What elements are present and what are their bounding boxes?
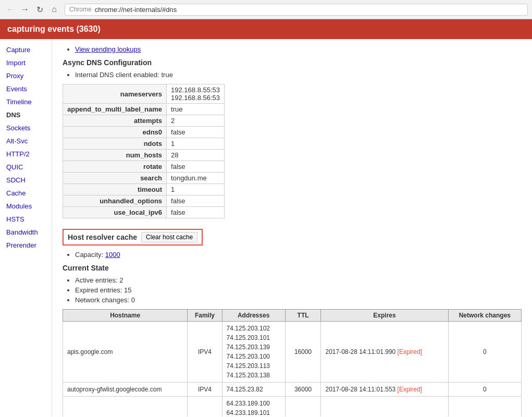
col-expires: Expires <box>321 310 448 322</box>
sidebar-item-bandwidth[interactable]: Bandwidth <box>0 226 52 239</box>
internal-dns-client-text: Internal DNS client enabled: true <box>75 71 173 79</box>
col-network-changes: Network changes <box>448 310 521 322</box>
col-ttl: TTL <box>285 310 321 322</box>
table-row: apis.google.comIPV474.125.203.102 74.125… <box>63 322 522 383</box>
sidebar-item-timeline[interactable]: Timeline <box>0 95 52 108</box>
back-button[interactable]: ← <box>4 3 17 16</box>
cell-hostname: apis.google.com <box>63 322 188 383</box>
sidebar-item-quic[interactable]: QUIC <box>0 161 52 174</box>
home-button[interactable]: ⌂ <box>48 3 60 16</box>
active-entries: Active entries: 2 <box>75 276 522 284</box>
host-resolver-section: Host resolver cache Clear host cache <box>63 229 203 246</box>
cell-expires: 2017-08-28 14:11:01.553 [Expired] <box>321 383 448 397</box>
expired-badge: [Expired] <box>398 386 422 393</box>
sidebar-item-http2[interactable]: HTTP/2 <box>0 148 52 161</box>
sidebar-item-dns[interactable]: DNS <box>0 108 52 121</box>
content-area: View pending lookups Async DNS Configura… <box>52 39 532 416</box>
sidebar-item-capture[interactable]: Capture <box>0 43 52 56</box>
pending-lookups-list: View pending lookups <box>63 45 522 53</box>
expired-badge: [Expired] <box>398 348 422 355</box>
expired-entries: Expired entries: 15 <box>75 286 522 294</box>
sidebar-item-events[interactable]: Events <box>0 82 52 95</box>
forward-button[interactable]: → <box>19 3 31 16</box>
sidebar-item-sdch[interactable]: SDCH <box>0 174 52 187</box>
browser-toolbar: ← → ↻ ⌂ Chrome chrome://net-internals/#d… <box>0 0 532 19</box>
reload-button[interactable]: ↻ <box>33 3 46 16</box>
cell-expires: 2017-08-28 14:12:25.219 [Expired] <box>321 397 448 417</box>
cell-expires: 2017-08-28 14:11:01.990 [Expired] <box>321 322 448 383</box>
sidebar-item-import[interactable]: Import <box>0 56 52 69</box>
sidebar-item-modules[interactable]: Modules <box>0 200 52 213</box>
cell-network-changes: 0 <box>448 383 521 397</box>
cell-ttl: 36000 <box>285 383 321 397</box>
cell-family: IPV4 <box>188 383 222 397</box>
browser-chrome: ← → ↻ ⌂ Chrome chrome://net-internals/#d… <box>0 0 532 19</box>
capacity-label: Capacity: <box>75 251 103 259</box>
cell-ttl: 16000 <box>285 322 321 383</box>
title-bar: capturing events (3630) <box>0 19 532 39</box>
address-bar[interactable]: Chrome chrome://net-internals/#dns <box>65 4 528 16</box>
col-addresses: Addresses <box>222 310 285 322</box>
clear-host-cache-button[interactable]: Clear host cache <box>141 232 197 242</box>
cell-addresses: 74.125.203.102 74.125.203.101 74.125.203… <box>222 322 285 383</box>
table-row: clients4.google.comIPV464.233.189.100 64… <box>63 397 522 417</box>
view-pending-lookups-link[interactable]: View pending lookups <box>75 45 141 53</box>
cell-family: IPV4 <box>188 322 222 383</box>
sidebar-item-proxy[interactable]: Proxy <box>0 69 52 82</box>
capacity-value-link[interactable]: 1000 <box>105 251 120 259</box>
cell-hostname: autoproxy-gfwlist.googlecode.com <box>63 383 188 397</box>
col-family: Family <box>188 310 222 322</box>
dns-config-table: nameservers192.168.8.55:53 192.168.8.56:… <box>63 84 225 218</box>
cell-network-changes: 0 <box>448 397 521 417</box>
address-bar-label: Chrome <box>69 6 92 13</box>
address-bar-url: chrome://net-internals/#dns <box>95 6 177 14</box>
async-dns-title: Async DNS Configuration <box>63 58 522 67</box>
host-resolver-label: Host resolver cache <box>68 233 137 241</box>
state-list: Active entries: 2 Expired entries: 15 Ne… <box>63 276 522 304</box>
sidebar-item-alt-svc[interactable]: Alt-Svc <box>0 134 52 148</box>
sidebar-item-hsts[interactable]: HSTS <box>0 213 52 226</box>
current-state-title: Current State <box>63 264 522 272</box>
cell-ttl: 129000 <box>285 397 321 417</box>
col-hostname: Hostname <box>63 310 188 322</box>
sidebar-item-cache[interactable]: Cache <box>0 187 52 200</box>
network-changes: Network changes: 0 <box>75 296 522 304</box>
nav-buttons: ← → ↻ ⌂ <box>4 3 60 16</box>
cell-network-changes: 0 <box>448 322 521 383</box>
cell-addresses: 64.233.189.100 64.233.189.101 64.233.189… <box>222 397 285 417</box>
capacity-list: Capacity: 1000 <box>63 251 522 259</box>
title-bar-text: capturing events (3630) <box>7 24 101 33</box>
cache-entries-table: Hostname Family Addresses TTL Expires Ne… <box>63 309 522 416</box>
cell-family: IPV4 <box>188 397 222 417</box>
cell-hostname: clients4.google.com <box>63 397 188 417</box>
table-row: autoproxy-gfwlist.googlecode.comIPV474.1… <box>63 383 522 397</box>
main-layout: Capture Import Proxy Events Timeline DNS… <box>0 39 532 416</box>
dns-client-list: Internal DNS client enabled: true <box>63 71 522 79</box>
cell-addresses: 74.125.23.82 <box>222 383 285 397</box>
sidebar-item-sockets[interactable]: Sockets <box>0 121 52 134</box>
sidebar-item-prerender[interactable]: Prerender <box>0 239 52 252</box>
sidebar: Capture Import Proxy Events Timeline DNS… <box>0 39 52 416</box>
